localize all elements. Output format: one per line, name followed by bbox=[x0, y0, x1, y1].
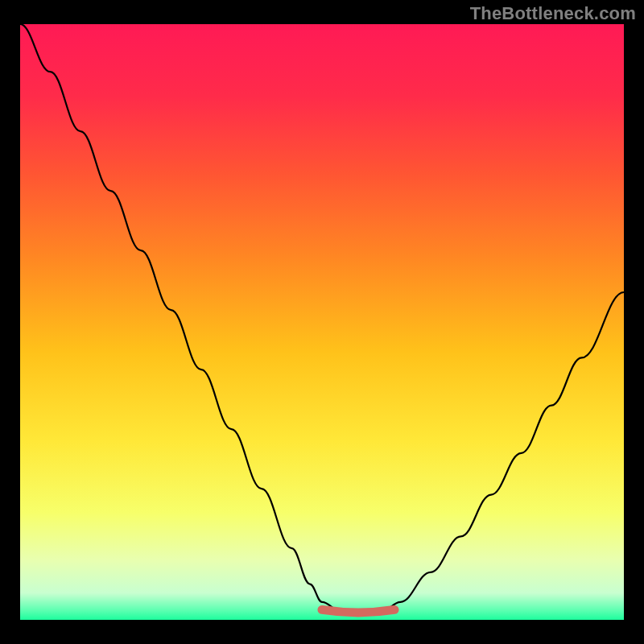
plateau-marker bbox=[322, 609, 394, 613]
bottleneck-curve bbox=[20, 24, 624, 613]
plot-area bbox=[20, 24, 624, 620]
watermark-label: TheBottleneck.com bbox=[470, 3, 636, 24]
chart-lines bbox=[20, 24, 624, 620]
chart-frame: TheBottleneck.com bbox=[0, 0, 644, 644]
